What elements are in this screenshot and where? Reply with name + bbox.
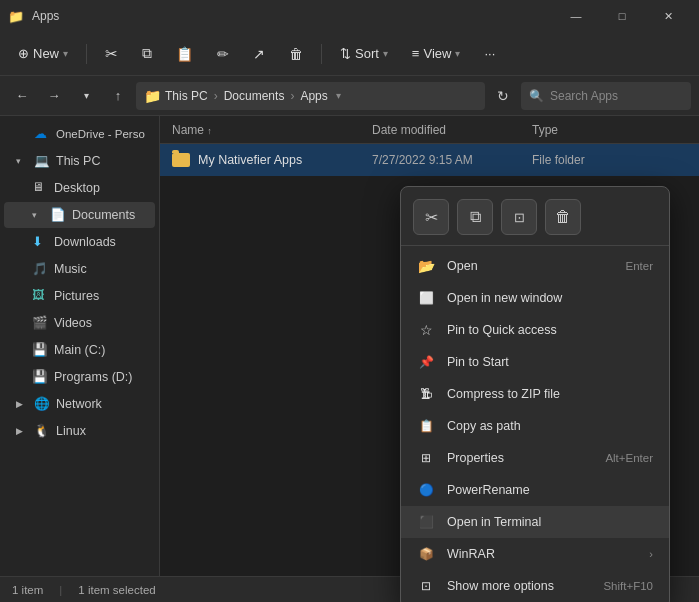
documents-icon: 📄 xyxy=(50,207,66,223)
paste-toolbar-button[interactable]: 📋 xyxy=(166,38,203,70)
sidebar-item-pictures[interactable]: 🖼 Pictures xyxy=(4,283,155,309)
ctx-more-label: Show more options xyxy=(447,579,591,593)
ctx-more-icon: ⊡ xyxy=(417,577,435,595)
linux-arrow-icon: ▶ xyxy=(16,426,28,436)
plus-icon: ⊕ xyxy=(18,46,29,61)
ctx-properties-icon: ⊞ xyxy=(417,449,435,467)
breadcrumb-documents[interactable]: Documents xyxy=(224,89,285,103)
pictures-icon: 🖼 xyxy=(32,288,48,304)
forward-button[interactable]: → xyxy=(40,82,68,110)
sidebar-item-this-pc[interactable]: ▾ 💻 This PC xyxy=(4,148,155,174)
file-date: 7/27/2022 9:15 AM xyxy=(372,153,532,167)
cut-toolbar-icon: ✂ xyxy=(105,45,118,63)
ctx-delete-button[interactable]: 🗑 xyxy=(545,199,581,235)
down-button[interactable]: ▾ xyxy=(72,82,100,110)
sort-icon: ⇅ xyxy=(340,46,351,61)
ctx-cut-button[interactable]: ✂ xyxy=(413,199,449,235)
view-icon: ≡ xyxy=(412,46,420,61)
sidebar-item-main-c[interactable]: 💾 Main (C:) xyxy=(4,337,155,363)
ctx-winrar-label: WinRAR xyxy=(447,547,637,561)
up-button[interactable]: ↑ xyxy=(104,82,132,110)
sidebar-label-documents: Documents xyxy=(72,208,135,222)
sidebar-item-music[interactable]: 🎵 Music xyxy=(4,256,155,282)
context-menu: ✂ ⧉ ⊡ 🗑 📂 Open Enter ⬜ Open in new windo… xyxy=(400,186,670,602)
search-placeholder: Search Apps xyxy=(550,89,618,103)
sidebar-label-music: Music xyxy=(54,262,87,276)
sidebar-item-desktop[interactable]: 🖥 Desktop xyxy=(4,175,155,201)
ctx-properties[interactable]: ⊞ Properties Alt+Enter xyxy=(401,442,669,474)
ctx-open-new-window[interactable]: ⬜ Open in new window xyxy=(401,282,669,314)
col-date-header[interactable]: Date modified xyxy=(372,123,532,137)
sidebar-item-onedrive[interactable]: ☁ OneDrive - Perso xyxy=(4,121,155,147)
breadcrumb-dropdown-icon[interactable]: ▾ xyxy=(336,90,341,101)
sidebar-label-desktop: Desktop xyxy=(54,181,100,195)
app-icon: 📁 xyxy=(8,8,24,24)
sidebar-label-network: Network xyxy=(56,397,102,411)
ctx-winrar-icon: 📦 xyxy=(417,545,435,563)
ctx-pin-quick-access[interactable]: ☆ Pin to Quick access xyxy=(401,314,669,346)
breadcrumb-apps[interactable]: Apps xyxy=(300,89,327,103)
view-arrow-icon: ▾ xyxy=(455,48,460,59)
ctx-open-window-icon: ⬜ xyxy=(417,289,435,307)
sidebar-label-downloads: Downloads xyxy=(54,235,116,249)
back-button[interactable]: ← xyxy=(8,82,36,110)
view-button[interactable]: ≡ View ▾ xyxy=(402,38,471,70)
ctx-winrar[interactable]: 📦 WinRAR › xyxy=(401,538,669,570)
cut-toolbar-button[interactable]: ✂ xyxy=(95,38,128,70)
sidebar-label-linux: Linux xyxy=(56,424,86,438)
this-pc-icon: 💻 xyxy=(34,153,50,169)
sidebar-item-linux[interactable]: ▶ 🐧 Linux xyxy=(4,418,155,444)
sidebar-item-videos[interactable]: 🎬 Videos xyxy=(4,310,155,336)
folder-icon xyxy=(172,153,190,167)
ctx-pin-start[interactable]: 📌 Pin to Start xyxy=(401,346,669,378)
selected-count: 1 item selected xyxy=(78,584,155,596)
ctx-open-terminal[interactable]: ⬛ Open in Terminal xyxy=(401,506,669,538)
ctx-show-more[interactable]: ⊡ Show more options Shift+F10 xyxy=(401,570,669,602)
ctx-terminal-icon: ⬛ xyxy=(417,513,435,531)
col-type-header[interactable]: Type xyxy=(532,123,687,137)
minimize-button[interactable]: — xyxy=(553,0,599,32)
close-button[interactable]: ✕ xyxy=(645,0,691,32)
ctx-properties-label: Properties xyxy=(447,451,593,465)
main-c-icon: 💾 xyxy=(32,342,48,358)
ctx-pin-quick-label: Pin to Quick access xyxy=(447,323,653,337)
toolbar: ⊕ New ▾ ✂ ⧉ 📋 ✏ ↗ 🗑 ⇅ Sort ▾ ≡ View ▾ ··… xyxy=(0,32,699,76)
sort-button[interactable]: ⇅ Sort ▾ xyxy=(330,38,398,70)
ctx-copy-icon: ⧉ xyxy=(470,208,481,226)
ctx-terminal-label: Open in Terminal xyxy=(447,515,653,529)
more-button[interactable]: ··· xyxy=(474,38,505,70)
ctx-open[interactable]: 📂 Open Enter xyxy=(401,250,669,282)
ctx-compress-zip[interactable]: 🗜 Compress to ZIP file xyxy=(401,378,669,410)
sidebar-item-documents[interactable]: ▾ 📄 Documents xyxy=(4,202,155,228)
network-arrow-icon: ▶ xyxy=(16,399,28,409)
context-menu-icon-strip: ✂ ⧉ ⊡ 🗑 xyxy=(401,193,669,246)
sidebar-label-onedrive: OneDrive - Perso xyxy=(56,128,145,140)
share-toolbar-button[interactable]: ↗ xyxy=(243,38,275,70)
sidebar-item-programs-d[interactable]: 💾 Programs (D:) xyxy=(4,364,155,390)
search-bar[interactable]: 🔍 Search Apps xyxy=(521,82,691,110)
desktop-icon: 🖥 xyxy=(32,180,48,196)
ctx-power-rename[interactable]: 🔵 PowerRename xyxy=(401,474,669,506)
ctx-copy-button[interactable]: ⧉ xyxy=(457,199,493,235)
ctx-pin-start-icon: 📌 xyxy=(417,353,435,371)
table-row[interactable]: My Nativefier Apps 7/27/2022 9:15 AM Fil… xyxy=(160,144,699,176)
music-icon: 🎵 xyxy=(32,261,48,277)
toolbar-separator-2 xyxy=(321,44,322,64)
toolbar-separator xyxy=(86,44,87,64)
new-button[interactable]: ⊕ New ▾ xyxy=(8,38,78,70)
status-sep: | xyxy=(59,584,62,596)
ctx-rename-button[interactable]: ⊡ xyxy=(501,199,537,235)
breadcrumb-this-pc[interactable]: This PC xyxy=(165,89,208,103)
copy-toolbar-button[interactable]: ⧉ xyxy=(132,38,162,70)
sidebar-item-downloads[interactable]: ⬇ Downloads xyxy=(4,229,155,255)
delete-toolbar-button[interactable]: 🗑 xyxy=(279,38,313,70)
rename-toolbar-button[interactable]: ✏ xyxy=(207,38,239,70)
sidebar-item-network[interactable]: ▶ 🌐 Network xyxy=(4,391,155,417)
breadcrumb[interactable]: 📁 This PC › Documents › Apps ▾ xyxy=(136,82,485,110)
refresh-button[interactable]: ↻ xyxy=(489,82,517,110)
maximize-button[interactable]: □ xyxy=(599,0,645,32)
ctx-power-rename-label: PowerRename xyxy=(447,483,653,497)
col-name-header[interactable]: Name ↑ xyxy=(172,123,372,137)
ctx-copy-path[interactable]: 📋 Copy as path xyxy=(401,410,669,442)
downloads-icon: ⬇ xyxy=(32,234,48,250)
